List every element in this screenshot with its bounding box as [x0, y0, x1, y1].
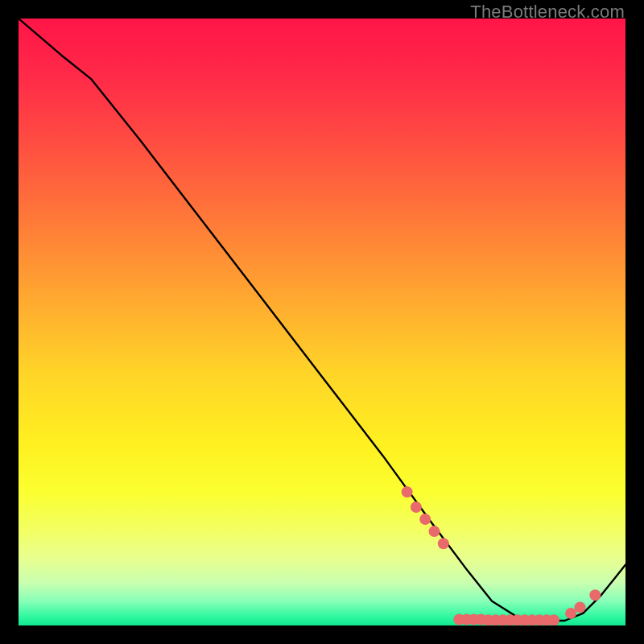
- marker-dot: [429, 526, 440, 537]
- marker-dot: [565, 608, 576, 619]
- curve-layer: [19, 19, 625, 625]
- marker-dot: [438, 538, 449, 549]
- marker-dot: [411, 502, 422, 513]
- plot-area: [19, 19, 625, 625]
- chart-frame: TheBottleneck.com: [0, 0, 644, 644]
- marker-dot: [575, 601, 586, 613]
- marker-dot: [548, 614, 559, 625]
- marker-dot: [589, 589, 601, 601]
- highlight-dots: [402, 486, 601, 625]
- bottleneck-curve: [19, 19, 625, 621]
- marker-dot: [419, 514, 431, 525]
- marker-dot: [402, 486, 413, 497]
- watermark-text: TheBottleneck.com: [470, 2, 625, 23]
